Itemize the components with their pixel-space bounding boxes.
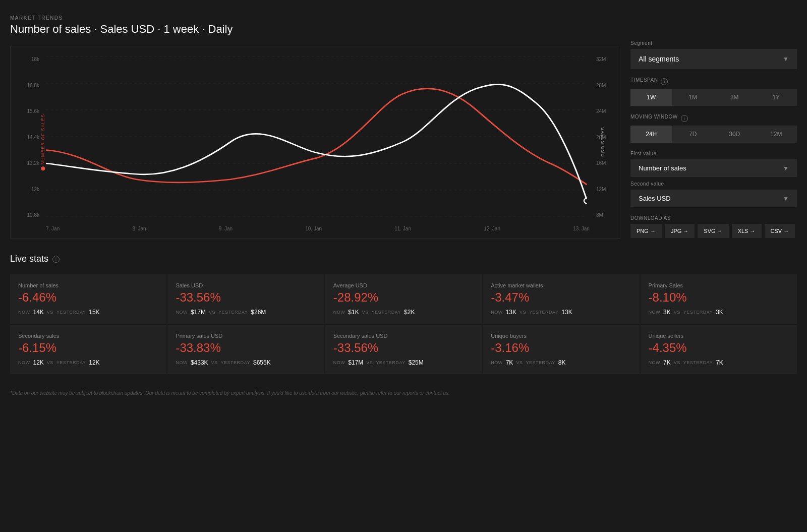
segment-section: Segment All segments ▼ bbox=[630, 40, 797, 69]
chart-title: Number of sales · Sales USD · 1 week · D… bbox=[10, 23, 620, 36]
x-label: 8. Jan bbox=[132, 226, 146, 231]
moving-window-info-icon[interactable]: i bbox=[681, 115, 688, 122]
stat-values: NOW 7K VS YESTERDAY 8K bbox=[491, 359, 631, 366]
mw-12m[interactable]: 12M bbox=[756, 126, 797, 143]
moving-window-label: MOVING WINDOW bbox=[630, 114, 678, 120]
stats-grid-row2: Secondary sales -6.15% NOW 12K VS YESTER… bbox=[10, 325, 797, 374]
timespan-label: TIMESPAN bbox=[630, 77, 658, 83]
stat-name: Active market wallets bbox=[491, 282, 631, 288]
download-section: DOWNLOAD AS PNG → JPG → SVG → XLS → CSV … bbox=[630, 215, 797, 238]
timespan-1y[interactable]: 1Y bbox=[756, 89, 797, 106]
stat-values: NOW 12K VS YESTERDAY 12K bbox=[18, 359, 158, 366]
timespan-1w[interactable]: 1W bbox=[630, 89, 672, 106]
download-png[interactable]: PNG → bbox=[630, 224, 662, 238]
market-trends-label: MARKET TRENDS bbox=[10, 15, 620, 21]
y-left-label: 12k bbox=[31, 187, 39, 192]
x-label: 10. Jan bbox=[305, 226, 322, 231]
stat-card-sales-usd: Sales USD -33.56% NOW $17M VS YESTERDAY … bbox=[167, 274, 324, 324]
stat-name: Primary Sales bbox=[649, 282, 789, 288]
timespan-section: TIMESPAN i 1W 1M 3M 1Y bbox=[630, 77, 797, 106]
moving-window-section: MOVING WINDOW i 24H 7D 30D 12M bbox=[630, 114, 797, 143]
mw-7d[interactable]: 7D bbox=[672, 126, 714, 143]
y-right-label: 32M bbox=[596, 56, 606, 62]
stat-percent: -8.10% bbox=[649, 290, 789, 305]
first-value-dropdown[interactable]: Number of sales ▼ bbox=[630, 159, 797, 177]
first-value-section: First value Number of sales ▼ bbox=[630, 151, 797, 177]
second-value-label: Second value bbox=[630, 181, 797, 187]
download-csv[interactable]: CSV → bbox=[765, 224, 795, 238]
stat-percent: -6.46% bbox=[18, 290, 158, 305]
segment-dropdown-arrow: ▼ bbox=[783, 55, 789, 63]
stat-name: Unique sellers bbox=[649, 333, 789, 339]
mw-30d[interactable]: 30D bbox=[714, 126, 756, 143]
stat-card-secondary-sales: Secondary sales -6.15% NOW 12K VS YESTER… bbox=[10, 325, 166, 374]
stat-name: Unique buyers bbox=[491, 333, 631, 339]
second-value-dropdown[interactable]: Sales USD ▼ bbox=[630, 190, 797, 207]
footer-note: *Data on our website may be subject to b… bbox=[0, 380, 807, 401]
y-left-label: 18k bbox=[31, 56, 39, 62]
x-label: 11. Jan bbox=[394, 226, 411, 231]
download-xls[interactable]: XLS → bbox=[732, 224, 762, 238]
segment-label: Segment bbox=[630, 40, 797, 46]
stat-values: NOW 13K VS YESTERDAY 13K bbox=[491, 309, 631, 316]
x-axis: 7. Jan 8. Jan 9. Jan 10. Jan 11. Jan 12.… bbox=[46, 219, 590, 238]
stat-values: NOW $433K VS YESTERDAY $655K bbox=[176, 359, 316, 366]
stat-name: Secondary sales USD bbox=[333, 333, 474, 339]
stat-values: NOW 14K VS YESTERDAY 15K bbox=[18, 309, 158, 316]
y-right-label: 12M bbox=[596, 187, 606, 192]
timespan-info-icon[interactable]: i bbox=[661, 78, 668, 85]
download-jpg[interactable]: JPG → bbox=[665, 224, 695, 238]
stat-card-average-usd: Average USD -28.92% NOW $1K VS YESTERDAY… bbox=[325, 274, 482, 324]
chart-svg bbox=[46, 56, 587, 217]
stat-name: Number of sales bbox=[18, 282, 158, 288]
y-axis-title-left: NUMBER OF SALES bbox=[40, 114, 45, 171]
stat-card-secondary-sales-usd: Secondary sales USD -33.56% NOW $17M VS … bbox=[325, 325, 482, 374]
y-left-label: 10.8k bbox=[27, 212, 39, 218]
live-stats-section: Live stats i Number of sales -6.46% NOW … bbox=[0, 244, 807, 380]
y-right-label: 8M bbox=[596, 212, 603, 218]
x-label: 13. Jan bbox=[573, 226, 590, 231]
stat-percent: -6.15% bbox=[18, 341, 158, 355]
stat-values: NOW 7K VS YESTERDAY 7K bbox=[649, 359, 789, 366]
stats-grid-row1: Number of sales -6.46% NOW 14K VS YESTER… bbox=[10, 274, 797, 324]
stat-percent: -3.47% bbox=[491, 290, 631, 305]
y-axis-left: 18k 16.8k 15.6k 14.4k 13.2k 12k 10.8k bbox=[11, 56, 43, 218]
first-value-label: First value bbox=[630, 151, 797, 156]
stat-percent: -33.56% bbox=[176, 290, 316, 305]
segment-dropdown[interactable]: All segments ▼ bbox=[630, 49, 797, 69]
stat-percent: -33.83% bbox=[176, 341, 316, 355]
timespan-button-group: 1W 1M 3M 1Y bbox=[630, 89, 797, 106]
stat-percent: -33.56% bbox=[333, 341, 474, 355]
first-value-text: Number of sales bbox=[639, 164, 686, 172]
stat-name: Secondary sales bbox=[18, 333, 158, 339]
stat-values: NOW $17M VS YESTERDAY $25M bbox=[333, 359, 474, 366]
y-axis-right: 32M 28M 24M 20M 16M 12M 8M bbox=[592, 56, 620, 218]
mw-24h[interactable]: 24H bbox=[630, 126, 672, 143]
timespan-3m[interactable]: 3M bbox=[714, 89, 756, 106]
stat-name: Sales USD bbox=[176, 282, 316, 288]
moving-window-button-group: 24H 7D 30D 12M bbox=[630, 126, 797, 143]
x-label: 12. Jan bbox=[484, 226, 500, 231]
svg-point-7 bbox=[584, 198, 587, 204]
download-svg[interactable]: SVG → bbox=[698, 224, 728, 238]
download-label: DOWNLOAD AS bbox=[630, 215, 797, 221]
live-stats-title: Live stats i bbox=[10, 254, 797, 264]
y-left-label: 14.4k bbox=[27, 135, 39, 140]
segment-value: All segments bbox=[639, 55, 679, 63]
orange-dot bbox=[41, 166, 45, 170]
x-label: 7. Jan bbox=[46, 226, 60, 231]
y-axis-title-right: SALES USD bbox=[600, 127, 605, 157]
stat-name: Average USD bbox=[333, 282, 474, 288]
download-buttons: PNG → JPG → SVG → XLS → CSV → bbox=[630, 224, 797, 238]
stat-percent: -4.35% bbox=[649, 341, 789, 355]
timespan-1m[interactable]: 1M bbox=[672, 89, 714, 106]
stat-card-number-of-sales: Number of sales -6.46% NOW 14K VS YESTER… bbox=[10, 274, 166, 324]
live-stats-info-icon[interactable]: i bbox=[52, 256, 60, 263]
right-panel: Segment All segments ▼ TIMESPAN i 1W 1M … bbox=[630, 15, 797, 239]
stat-card-primary-sales-usd: Primary sales USD -33.83% NOW $433K VS Y… bbox=[167, 325, 324, 374]
stat-values: NOW $17M VS YESTERDAY $26M bbox=[176, 309, 316, 316]
first-value-arrow: ▼ bbox=[783, 165, 789, 172]
stat-card-unique-buyers: Unique buyers -3.16% NOW 7K VS YESTERDAY… bbox=[483, 325, 639, 374]
y-left-label: 16.8k bbox=[27, 83, 39, 88]
y-right-label: 16M bbox=[596, 160, 606, 166]
